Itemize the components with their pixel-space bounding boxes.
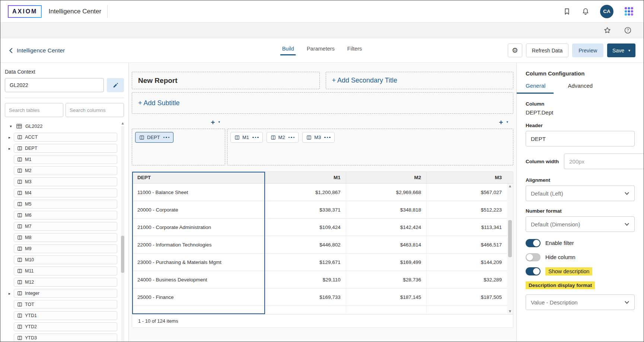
column-icon	[139, 135, 144, 140]
mode-tab[interactable]: Filters	[344, 46, 366, 55]
cell-m2: $187,145	[346, 288, 427, 306]
add-subtitle-box[interactable]: + Add Subtitle	[132, 92, 513, 114]
table-body: 11000 - Balance Sheet $1,200,867 $2,969,…	[132, 184, 513, 314]
table-header-dept[interactable]: DEPT	[132, 172, 265, 183]
tree-column-item[interactable]: ▸ M4	[9, 188, 128, 197]
description-format-value: Value - Description	[531, 299, 578, 306]
tree-column-item[interactable]: ▸ TOT	[9, 300, 128, 309]
table-row: 22000 - Information Technologies $446,80…	[132, 236, 513, 254]
table-header-measure[interactable]: M3	[426, 172, 507, 183]
pagination-status: 1 - 10 of 124 items	[138, 318, 178, 324]
bookmark-icon[interactable]	[563, 7, 571, 16]
number-format-select[interactable]: Default (Dimension)	[526, 216, 635, 232]
cell-m2: $28,736	[346, 271, 427, 288]
search-tables-input[interactable]	[5, 103, 63, 117]
measure-columns-zone[interactable]: M1 M2 M3	[227, 129, 513, 165]
toggle-switch[interactable]	[526, 253, 541, 261]
report-title-box[interactable]: New Report	[132, 72, 320, 89]
chip-menu-icon[interactable]	[163, 137, 170, 138]
tree-scrollbar[interactable]: ▲	[121, 122, 125, 342]
scroll-down-icon[interactable]: ▼	[509, 309, 511, 314]
apps-grid-icon[interactable]	[624, 6, 634, 16]
column-width-field: Column width	[526, 154, 635, 169]
help-icon[interactable]: ?	[624, 26, 632, 34]
tree-column-item[interactable]: ▸ M2	[9, 166, 128, 175]
chip-menu-icon[interactable]	[288, 137, 295, 138]
description-format-select[interactable]: Value - Description	[526, 294, 635, 310]
scroll-up-icon[interactable]: ▲	[509, 184, 511, 189]
tab-advanced[interactable]: Advanced	[568, 83, 593, 94]
favorite-star-icon[interactable]	[603, 26, 611, 34]
add-measure-column-button[interactable]: + ▾	[499, 117, 513, 126]
table-scrollbar[interactable]: ▲ ▼	[507, 184, 513, 314]
add-row-column-button[interactable]: + ▾	[211, 117, 225, 126]
table-scrollbar-thumb[interactable]	[508, 220, 512, 257]
preview-button[interactable]: Preview	[572, 43, 603, 57]
tree-column-item[interactable]: ▸ YTD1	[9, 311, 128, 320]
column-chip[interactable]: M2	[267, 132, 299, 143]
search-columns-input[interactable]	[66, 103, 124, 117]
save-button[interactable]: Save ▾	[607, 43, 635, 57]
column-chip[interactable]: M1	[230, 132, 263, 143]
tree-column-item[interactable]: ▸ M10	[9, 255, 128, 264]
tree-column-item[interactable]: ▸ YTD2	[9, 322, 128, 331]
chip-menu-icon[interactable]	[324, 137, 331, 138]
column-config-panel: Column Configuration General Advanced Co…	[516, 63, 644, 342]
alignment-label: Alignment	[526, 177, 635, 183]
toggle-switch[interactable]	[526, 267, 541, 275]
toggle-label: Show description	[545, 267, 592, 275]
alignment-select[interactable]: Default (Left)	[526, 185, 635, 201]
tree-column-item[interactable]: ▸ ACCT	[9, 133, 128, 142]
alignment-field: Alignment Default (Left)	[526, 177, 635, 201]
add-secondary-title-box[interactable]: + Add Secondary Title	[326, 72, 514, 89]
cell-m2: $2,969,668	[346, 184, 427, 201]
tree-column-item[interactable]: ▸ M9	[9, 244, 128, 253]
column-chip[interactable]: DEPT	[135, 132, 173, 143]
mode-tab[interactable]: Build	[278, 46, 298, 55]
column-chip[interactable]: M3	[302, 132, 335, 143]
tree-column-item[interactable]: ▸ M7	[9, 222, 128, 231]
mode-tab[interactable]: Parameters	[303, 46, 338, 55]
refresh-data-button[interactable]: Refresh Data	[526, 43, 568, 57]
expand-arrow-icon: ▸	[9, 291, 14, 296]
edit-pencil-icon[interactable]	[107, 78, 124, 92]
back-link[interactable]: Intelligence Center	[9, 47, 65, 54]
tree-column-item[interactable]: ▸ M11	[9, 267, 128, 275]
column-icon	[17, 179, 22, 184]
tree-column-item[interactable]: ▸ YTD3	[9, 333, 128, 342]
tree-root-gl2022[interactable]: ▾ GL2022	[9, 122, 128, 130]
tree-column-item[interactable]: ▸ M12	[9, 278, 128, 287]
tree-column-item[interactable]: ▸ M6	[9, 211, 128, 220]
data-context-input[interactable]	[5, 78, 104, 92]
tree-item-label: YTD1	[25, 313, 37, 318]
chevron-down-icon	[624, 300, 629, 304]
table-header-row: DEPT M1 M2 M3	[132, 172, 513, 184]
column-field-label: Column	[526, 101, 635, 107]
tree-column-item[interactable]: ▸ DEPT	[9, 144, 128, 153]
tab-general[interactable]: General	[517, 83, 554, 94]
user-avatar[interactable]: CA	[600, 5, 613, 18]
tree-column-item[interactable]: ▸ M8	[9, 233, 128, 242]
header-input[interactable]	[526, 131, 635, 146]
table-header-measure[interactable]: M1	[265, 172, 346, 183]
scroll-up-icon[interactable]: ▲	[121, 122, 124, 126]
settings-gear-icon[interactable]: ⚙	[508, 43, 522, 57]
column-width-input[interactable]	[564, 154, 644, 169]
plus-icon: +	[499, 119, 503, 126]
row-columns-zone[interactable]: DEPT	[132, 129, 225, 165]
toggle-switch[interactable]	[526, 239, 541, 247]
tree-column-item[interactable]: ▸ M5	[9, 200, 128, 209]
app-window: AXIOM Intelligence Center CA	[0, 0, 644, 342]
table-header-measure[interactable]: M2	[346, 172, 427, 183]
notifications-bell-icon[interactable]	[581, 7, 590, 16]
tree-column-item[interactable]: ▸ M1	[9, 155, 128, 164]
toggle-label: Hide column	[545, 254, 576, 260]
chevron-down-icon	[624, 191, 629, 195]
chip-menu-icon[interactable]	[252, 137, 259, 138]
column-icon	[271, 135, 276, 140]
tree-scrollbar-thumb[interactable]	[121, 236, 124, 273]
data-context-row	[5, 78, 124, 92]
tree-column-item[interactable]: ▸ M3	[9, 177, 128, 186]
tree-item-label: TOT	[25, 302, 34, 307]
tree-column-item[interactable]: ▸ Integer	[9, 289, 128, 298]
